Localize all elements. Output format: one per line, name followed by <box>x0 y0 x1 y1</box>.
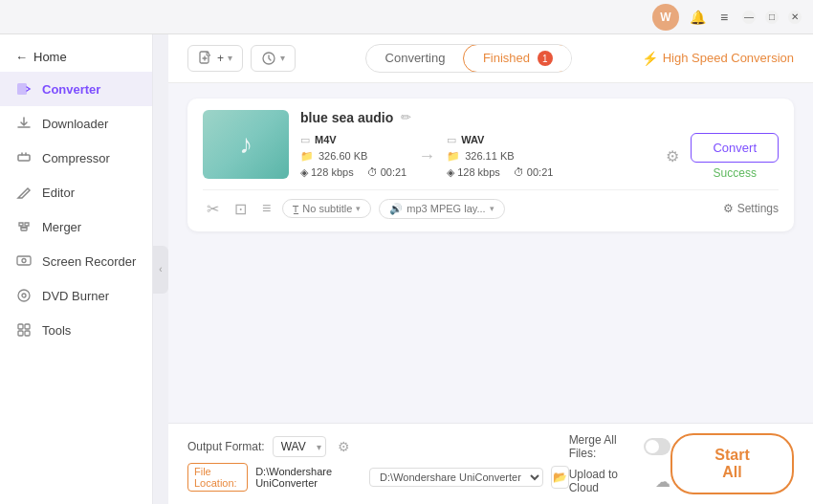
sidebar-collapse-button[interactable]: ‹ <box>153 246 168 294</box>
output-format-label: Output Format: <box>187 440 265 453</box>
file-type-icon: ▭ <box>300 134 310 146</box>
effects-icon[interactable]: ≡ <box>258 198 275 219</box>
sidebar-back-label: Home <box>33 50 67 64</box>
location-path: D:\Wondershare UniConverter <box>255 466 362 489</box>
file-info-row: ▭ M4V 📁 326.60 KB ◈ <box>300 133 779 180</box>
collapse-chevron-icon: ‹ <box>159 264 162 274</box>
add-url-chevron-icon: ▾ <box>280 53 285 63</box>
editor-icon <box>15 184 33 201</box>
svg-rect-1 <box>18 155 30 161</box>
file-thumbnail: ♪ <box>203 110 289 179</box>
music-note-icon: ♪ <box>239 129 253 160</box>
subtitle-icon: T̲ <box>293 204 298 214</box>
convert-button[interactable]: Convert <box>691 133 779 163</box>
screen-recorder-icon <box>15 252 33 270</box>
add-file-button[interactable]: + ▾ <box>187 45 243 72</box>
svg-rect-7 <box>18 324 23 329</box>
menu-icon[interactable]: ≡ <box>715 9 733 26</box>
subtitle-chevron-icon: ▾ <box>356 204 361 213</box>
sidebar-item-screen-recorder[interactable]: Screen Recorder <box>0 244 152 278</box>
location-dropdown[interactable]: D:\Wondershare UniConverter <box>369 468 543 487</box>
high-speed-button[interactable]: ⚡ High Speed Conversion <box>642 51 794 66</box>
bottom-middle: Merge All Files: Upload to Cloud ☁ <box>569 433 670 494</box>
source-size: 326.60 KB <box>319 150 367 162</box>
target-file-type-icon: ▭ <box>447 134 456 146</box>
title-bar-controls: W 🔔 ≡ — □ ✕ <box>652 4 802 31</box>
sidebar-item-tools[interactable]: Tools <box>0 313 152 347</box>
svg-point-6 <box>22 294 26 297</box>
merge-all-row: Merge All Files: <box>569 433 670 460</box>
svg-point-5 <box>18 290 30 301</box>
bottom-bar: Output Format: WAV MP3 AAC ▾ ⚙ File Loca… <box>168 423 813 504</box>
title-bar: W 🔔 ≡ — □ ✕ <box>0 0 813 34</box>
bitrate-icon: ◈ <box>300 166 308 179</box>
add-file-label: + <box>217 52 224 65</box>
back-arrow-icon: ← <box>15 50 28 64</box>
converter-label: Converter <box>42 82 100 97</box>
svg-rect-2 <box>21 228 27 230</box>
compressor-label: Compressor <box>42 151 110 165</box>
sidebar-item-downloader[interactable]: Downloader <box>0 106 152 141</box>
notification-icon[interactable]: 🔔 <box>689 9 706 26</box>
minimize-button[interactable]: — <box>742 11 756 24</box>
sidebar-item-converter[interactable]: Converter <box>0 72 152 106</box>
audio-icon: 🔊 <box>389 203 403 215</box>
audio-label: mp3 MPEG lay... <box>406 203 485 214</box>
subtitle-select[interactable]: T̲ No subtitle ▾ <box>282 199 371 218</box>
location-folder-button[interactable]: 📂 <box>551 466 569 489</box>
add-url-button[interactable]: ▾ <box>251 45 296 72</box>
folder-icon: 📁 <box>300 150 314 163</box>
output-settings-icon[interactable]: ⚙ <box>338 439 350 454</box>
svg-rect-8 <box>25 324 30 329</box>
file-area: ♪ blue sea audio ✏ ▭ M4V <box>168 83 813 424</box>
target-size: 326.11 KB <box>465 150 514 162</box>
success-label: Success <box>714 166 757 180</box>
source-bitrate: 128 kbps <box>311 166 354 178</box>
target-folder-icon: 📁 <box>447 150 460 163</box>
dvd-burner-icon <box>15 287 33 304</box>
editor-label: Editor <box>42 186 75 200</box>
edit-icon[interactable]: ✏ <box>401 110 411 124</box>
target-duration: 00:21 <box>527 166 554 178</box>
downloader-icon <box>15 115 33 132</box>
high-speed-label: High Speed Conversion <box>663 51 794 65</box>
sidebar-back-button[interactable]: ← Home <box>0 42 152 72</box>
sidebar-item-editor[interactable]: Editor <box>0 175 152 209</box>
convert-arrow: → <box>406 146 447 166</box>
tab-converting[interactable]: Converting <box>366 45 465 72</box>
sidebar-item-dvd-burner[interactable]: DVD Burner <box>0 278 152 313</box>
tab-group: Converting Finished 1 <box>365 44 573 73</box>
settings-label: Settings <box>737 202 779 215</box>
file-card-actions: ✂ ⊡ ≡ T̲ No subtitle ▾ 🔊 mp3 MPEG lay...… <box>203 189 779 220</box>
maximize-button[interactable]: □ <box>765 11 779 24</box>
svg-rect-3 <box>17 256 31 265</box>
gear-icon: ⚙ <box>723 202 734 215</box>
svg-rect-0 <box>17 83 27 95</box>
chevron-down-icon: ▾ <box>228 53 232 63</box>
tools-icon <box>15 321 33 339</box>
start-all-button[interactable]: Start All <box>670 433 794 494</box>
settings-button[interactable]: ⚙ Settings <box>723 202 779 215</box>
finished-badge: 1 <box>538 51 553 66</box>
merge-all-toggle[interactable] <box>644 438 670 455</box>
options-icon[interactable]: ⚙ <box>666 147 679 165</box>
subtitle-label: No subtitle <box>302 203 352 214</box>
target-format: WAV <box>461 134 484 145</box>
app-body: ← Home Converter Downloader <box>0 34 813 504</box>
sidebar-item-compressor[interactable]: Compressor <box>0 141 152 175</box>
folder-open-icon: 📂 <box>553 471 567 484</box>
crop-icon[interactable]: ⊡ <box>231 198 251 220</box>
output-format-select[interactable]: WAV MP3 AAC <box>273 436 326 457</box>
tab-finished[interactable]: Finished 1 <box>463 44 572 73</box>
close-button[interactable]: ✕ <box>788 11 802 24</box>
add-file-icon <box>198 51 213 66</box>
convert-btn-block: Convert Success <box>691 133 779 180</box>
cut-icon[interactable]: ✂ <box>203 198 223 220</box>
file-card: ♪ blue sea audio ✏ ▭ M4V <box>187 99 794 231</box>
merger-label: Merger <box>42 220 81 234</box>
svg-rect-9 <box>18 331 23 336</box>
downloader-label: Downloader <box>42 117 108 131</box>
sidebar-item-merger[interactable]: Merger <box>0 209 152 244</box>
merge-all-label: Merge All Files: <box>569 433 637 460</box>
audio-select[interactable]: 🔊 mp3 MPEG lay... ▾ <box>379 199 504 219</box>
